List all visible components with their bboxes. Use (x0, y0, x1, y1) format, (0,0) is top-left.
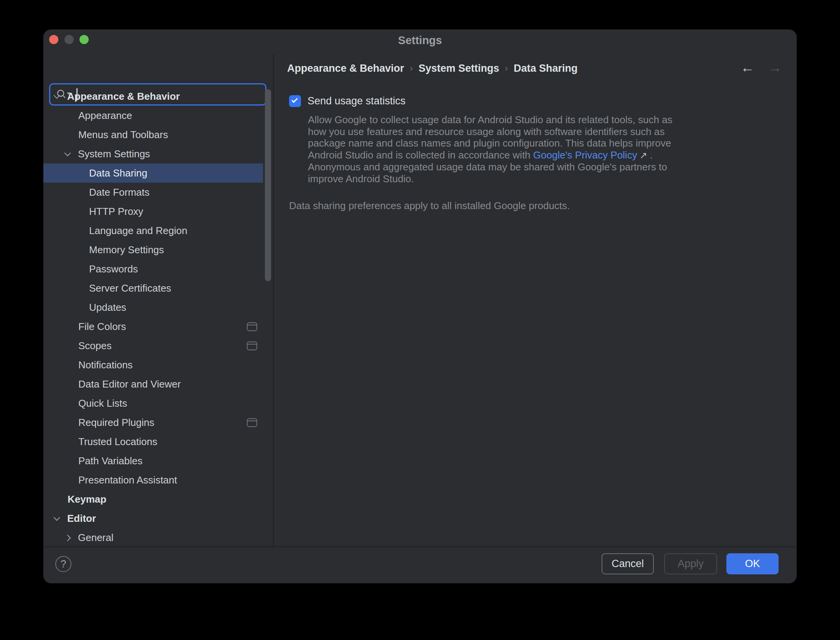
sidebar-item-label: Passwords (89, 263, 138, 275)
sidebar-item-date-formats[interactable]: Date Formats (43, 183, 273, 202)
sidebar-item-label: General (78, 532, 114, 543)
sidebar-item-label: Appearance (78, 110, 132, 121)
sidebar-item-presentation-assistant[interactable]: Presentation Assistant (43, 470, 273, 490)
send-usage-statistics-row: Send usage statistics (289, 95, 405, 107)
sidebar-item-label: Updates (89, 302, 126, 313)
sidebar-item-language-and-region[interactable]: Language and Region (43, 221, 273, 240)
sidebar-item-appearance[interactable]: Appearance (43, 106, 273, 125)
ok-button[interactable]: OK (726, 553, 779, 574)
sidebar-item-http-proxy[interactable]: HTTP Proxy (43, 202, 273, 221)
breadcrumb-item-system-settings[interactable]: System Settings (418, 63, 499, 74)
history-nav: ← → (741, 59, 782, 76)
sidebar-item-notifications[interactable]: Notifications (43, 355, 273, 374)
sidebar-item-keymap[interactable]: Keymap (43, 490, 273, 509)
sidebar-item-label: Path Variables (78, 455, 142, 467)
settings-window: Settings Appearance & BehaviorAppearance… (43, 30, 797, 583)
sidebar-item-data-sharing[interactable]: Data Sharing (43, 163, 263, 183)
breadcrumb-item-appearance-behavior[interactable]: Appearance & Behavior (287, 63, 404, 74)
usage-statistics-description: Allow Google to collect usage data for A… (308, 114, 692, 185)
sidebar-item-label: Server Certificates (89, 282, 171, 294)
sidebar-scrollbar[interactable] (265, 89, 271, 281)
sidebar-item-label: Notifications (78, 359, 133, 371)
window-pane-icon (247, 322, 257, 331)
sidebar-item-scopes[interactable]: Scopes (43, 336, 273, 355)
external-link-icon: ↗ (637, 150, 647, 160)
chevron-down-icon[interactable] (64, 150, 71, 157)
sidebar-item-label: Quick Lists (78, 398, 127, 409)
breadcrumb-separator: › (404, 63, 419, 73)
window-title: Settings (43, 30, 797, 51)
sidebar-item-appearance-behavior[interactable]: Appearance & Behavior (43, 87, 273, 106)
cancel-button[interactable]: Cancel (602, 553, 654, 574)
sidebar-item-server-certificates[interactable]: Server Certificates (43, 279, 273, 298)
sidebar-item-general[interactable]: General (43, 528, 273, 546)
data-sharing-note: Data sharing preferences apply to all in… (289, 200, 570, 212)
sidebar-item-system-settings[interactable]: System Settings (43, 144, 273, 163)
back-arrow-icon[interactable]: ← (741, 59, 754, 75)
sidebar-item-memory-settings[interactable]: Memory Settings (43, 240, 273, 259)
sidebar-item-updates[interactable]: Updates (43, 298, 273, 317)
window-pane-icon (247, 418, 257, 427)
sidebar-item-label: Presentation Assistant (78, 474, 177, 486)
sidebar-item-label: Date Formats (89, 186, 150, 198)
chevron-down-icon[interactable] (54, 92, 60, 99)
sidebar-item-required-plugins[interactable]: Required Plugins (43, 413, 273, 432)
sidebar-item-file-colors[interactable]: File Colors (43, 317, 273, 336)
breadcrumb: Appearance & Behavior›System Settings›Da… (287, 63, 578, 74)
sidebar-item-label: HTTP Proxy (89, 206, 143, 217)
send-usage-statistics-checkbox[interactable] (289, 95, 301, 107)
sidebar-item-label: Scopes (78, 340, 112, 351)
titlebar[interactable]: Settings (43, 30, 797, 54)
sidebar-item-label: Appearance & Behavior (67, 91, 180, 102)
breadcrumb-separator: › (499, 63, 514, 73)
sidebar-item-label: Data Sharing (89, 167, 147, 179)
sidebar-item-label: Editor (67, 513, 96, 524)
chevron-right-icon[interactable] (64, 535, 71, 541)
sidebar-item-label: System Settings (78, 148, 150, 160)
sidebar-item-label: Memory Settings (89, 244, 164, 256)
sidebar-item-path-variables[interactable]: Path Variables (43, 451, 273, 470)
help-button[interactable]: ? (55, 556, 71, 572)
sidebar-item-label: Language and Region (89, 225, 187, 236)
breadcrumb-item-data-sharing: Data Sharing (514, 63, 578, 74)
settings-content: Appearance & Behavior›System Settings›Da… (274, 54, 797, 546)
sidebar-item-quick-lists[interactable]: Quick Lists (43, 394, 273, 413)
sidebar-item-trusted-locations[interactable]: Trusted Locations (43, 432, 273, 451)
checkmark-icon (291, 97, 298, 103)
apply-button: Apply (664, 553, 717, 574)
sidebar-item-passwords[interactable]: Passwords (43, 259, 273, 279)
sidebar-item-label: Trusted Locations (78, 436, 157, 447)
sidebar-item-data-editor-and-viewer[interactable]: Data Editor and Viewer (43, 374, 273, 394)
footer-divider (43, 546, 797, 547)
sidebar-item-editor[interactable]: Editor (43, 509, 273, 528)
checkbox-label[interactable]: Send usage statistics (308, 95, 405, 107)
sidebar-item-label: File Colors (78, 321, 126, 332)
privacy-policy-link[interactable]: Google's Privacy Policy (533, 149, 637, 161)
sidebar-item-menus-and-toolbars[interactable]: Menus and Toolbars (43, 125, 273, 144)
settings-sidebar: Appearance & BehaviorAppearanceMenus and… (43, 54, 273, 546)
chevron-down-icon[interactable] (54, 515, 60, 521)
sidebar-item-label: Keymap (68, 493, 106, 505)
sidebar-item-label: Required Plugins (78, 417, 154, 428)
forward-arrow-icon: → (768, 59, 782, 75)
window-pane-icon (247, 341, 257, 350)
sidebar-item-label: Menus and Toolbars (78, 129, 168, 140)
sidebar-item-label: Data Editor and Viewer (78, 378, 181, 390)
settings-tree: Appearance & BehaviorAppearanceMenus and… (43, 87, 273, 546)
